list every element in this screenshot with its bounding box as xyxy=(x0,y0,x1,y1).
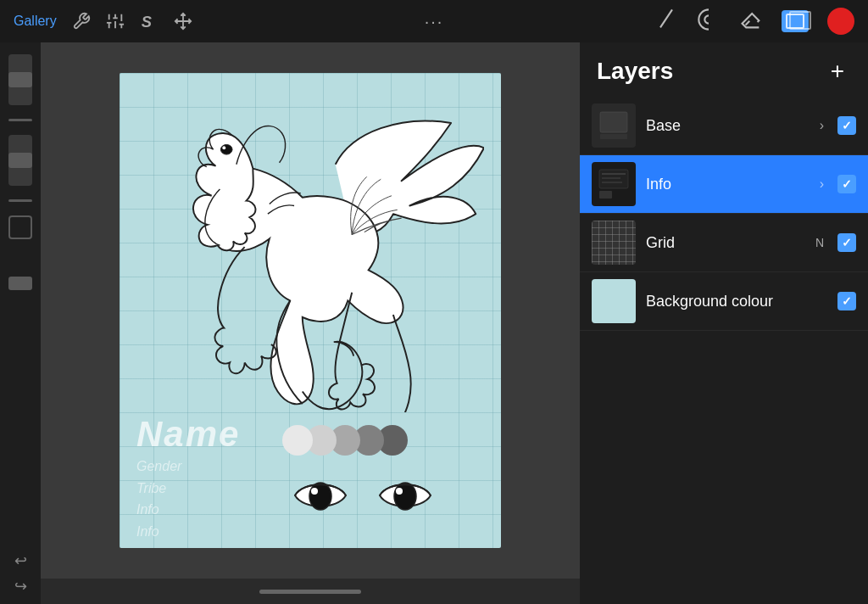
layer-visibility-info[interactable]: ✓ xyxy=(837,175,856,193)
layer-visibility-base[interactable]: ✓ xyxy=(837,116,856,135)
adjust-icon[interactable] xyxy=(106,12,125,31)
opacity-thumb xyxy=(8,153,32,168)
brush-size-slider[interactable] xyxy=(8,54,32,105)
text-info-block: Name GenderTribeInfoInfo xyxy=(136,417,240,542)
svg-point-16 xyxy=(396,488,403,495)
layer-expand-info-icon[interactable]: › xyxy=(820,176,824,192)
move-icon[interactable] xyxy=(174,12,192,31)
drawing-canvas[interactable]: Name GenderTribeInfoInfo xyxy=(120,73,501,548)
swatch-1 xyxy=(282,425,313,456)
layer-name-base: Base xyxy=(646,117,810,135)
layer-item-base[interactable]: Base › ✓ xyxy=(580,97,868,155)
info-section: Name GenderTribeInfoInfo xyxy=(120,404,501,548)
panel-header: Layers + xyxy=(580,42,868,97)
wrench-icon[interactable] xyxy=(72,12,91,31)
svg-rect-25 xyxy=(599,191,612,199)
opacity-slider[interactable] xyxy=(8,135,32,186)
svg-point-13 xyxy=(309,483,331,510)
brush-size-thumb xyxy=(8,72,32,87)
left-eye-illustration xyxy=(291,473,350,519)
layer-item-info[interactable]: Info › ✓ xyxy=(580,155,868,214)
svg-point-12 xyxy=(222,146,225,149)
color-picker-button[interactable] xyxy=(827,8,854,35)
rect-tool-button[interactable] xyxy=(8,277,32,290)
svg-line-10 xyxy=(660,9,672,27)
svg-point-11 xyxy=(220,144,232,154)
undo-button[interactable]: ↩ xyxy=(14,551,27,570)
svg-rect-18 xyxy=(600,112,627,132)
layers-icon xyxy=(786,14,804,29)
layer-item-grid[interactable]: Grid N ✓ xyxy=(580,214,868,272)
svg-rect-21 xyxy=(599,170,628,188)
color-swatches xyxy=(282,425,435,456)
right-eye-illustration xyxy=(376,473,435,519)
toolbar-right xyxy=(654,8,854,36)
layer-thumbnail-info xyxy=(592,162,636,206)
layer-name-info: Info xyxy=(646,176,810,193)
layers-panel: Layers + Base › ✓ xyxy=(580,42,868,604)
layer-thumbnail-grid xyxy=(592,221,636,265)
bottom-scrollbar[interactable] xyxy=(41,579,580,604)
add-layer-button[interactable]: + xyxy=(824,58,851,85)
visual-info-block xyxy=(282,425,435,519)
scroll-thumb[interactable] xyxy=(259,590,361,594)
more-options-button[interactable]: ··· xyxy=(425,12,444,31)
eyes-row xyxy=(291,473,435,519)
layer-name-grid: Grid xyxy=(646,234,805,252)
canvas-area[interactable]: Name GenderTribeInfoInfo xyxy=(41,42,580,579)
layer-thumbnail-bg xyxy=(592,279,636,323)
redo-button[interactable]: ↪ xyxy=(14,577,27,596)
svg-text:S: S xyxy=(142,13,153,31)
eraser-tool-icon[interactable] xyxy=(739,8,763,36)
top-toolbar: Gallery S ··· xyxy=(0,0,868,42)
toolbar-left: Gallery S xyxy=(14,12,192,31)
layers-toggle-button[interactable] xyxy=(782,10,809,32)
separator-2 xyxy=(8,199,32,202)
layer-item-background[interactable]: Background colour ✓ xyxy=(580,272,868,331)
selection-icon[interactable]: S xyxy=(140,12,159,31)
gallery-button[interactable]: Gallery xyxy=(14,14,57,29)
character-details: GenderTribeInfoInfo xyxy=(136,456,240,542)
layer-expand-icon[interactable]: › xyxy=(820,118,824,133)
separator xyxy=(8,119,32,121)
layer-name-background: Background colour xyxy=(646,293,827,310)
pen-tool-icon[interactable] xyxy=(654,8,678,36)
layer-blend-mode: N xyxy=(815,236,824,249)
svg-point-14 xyxy=(311,488,318,495)
smudge-tool-icon[interactable] xyxy=(697,8,721,36)
svg-rect-19 xyxy=(600,134,627,139)
layer-visibility-background[interactable]: ✓ xyxy=(837,292,856,310)
svg-point-15 xyxy=(394,483,416,510)
layer-visibility-grid[interactable]: ✓ xyxy=(837,233,856,252)
left-sidebar: ↩ ↪ xyxy=(0,42,41,604)
dragon-illustration xyxy=(170,90,484,412)
layer-thumbnail-base xyxy=(592,103,636,148)
character-name: Name xyxy=(136,417,240,452)
panel-title: Layers xyxy=(597,58,673,85)
square-tool-button[interactable] xyxy=(8,215,32,239)
toolbar-center: ··· xyxy=(425,12,444,31)
layers-list: Base › ✓ xyxy=(580,97,868,604)
